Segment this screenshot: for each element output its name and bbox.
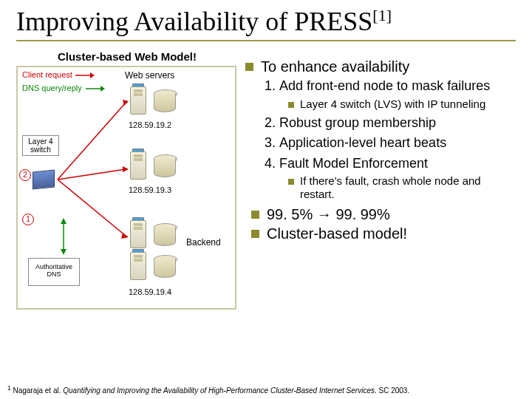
svg-line-8 bbox=[58, 180, 126, 236]
svg-line-4 bbox=[58, 103, 126, 180]
server-icon bbox=[129, 250, 149, 283]
bullet-heading-row: To enhance availability bbox=[245, 58, 516, 75]
result2-row: Cluster-based model! bbox=[251, 225, 516, 242]
client-request-arrow-icon bbox=[75, 72, 95, 79]
disk-icon bbox=[154, 89, 176, 115]
ip-address-1: 128.59.19.2 bbox=[129, 120, 171, 129]
footnote: 1 Nagaraja et al. Quantifying and Improv… bbox=[7, 385, 525, 395]
list-item: Add front-end node to mask failures Laye… bbox=[279, 78, 516, 111]
svg-marker-12 bbox=[61, 249, 66, 255]
svg-line-6 bbox=[58, 169, 126, 180]
svg-marker-11 bbox=[61, 218, 66, 224]
disk-icon bbox=[154, 223, 176, 248]
square-bullet-icon bbox=[245, 63, 253, 71]
circle-1: 1 bbox=[22, 214, 34, 225]
svg-marker-3 bbox=[100, 86, 105, 92]
disk-icon bbox=[154, 154, 176, 180]
layer4-box: Layer 4 switch bbox=[22, 135, 59, 156]
result-row: 99. 5% → 99. 99% bbox=[251, 205, 516, 223]
list-item: Application-level heart beats bbox=[279, 135, 516, 151]
diagram-caption: Cluster-based Web Model! bbox=[16, 50, 238, 63]
heading-text: To enhance availability bbox=[261, 58, 409, 75]
architecture-diagram: Client request DNS query/reply Web serve… bbox=[16, 66, 236, 310]
svg-marker-5 bbox=[123, 100, 129, 106]
svg-marker-1 bbox=[90, 72, 95, 78]
disk-icon bbox=[154, 255, 176, 280]
sub-1-text: Layer 4 switch (LVS) with IP tunneling bbox=[300, 98, 485, 111]
slide: Improving Availability of PRESS[1] Clust… bbox=[0, 0, 532, 399]
title-superscript: [1] bbox=[372, 6, 392, 24]
right-column: To enhance availability Add front-end no… bbox=[245, 50, 516, 310]
ip-address-3: 128.59.19.4 bbox=[129, 287, 171, 296]
switch-icon bbox=[33, 169, 55, 189]
square-bullet-icon bbox=[288, 179, 294, 185]
content-columns: Cluster-based Web Model! Client request … bbox=[16, 50, 516, 310]
item-2-text: Robust group membership bbox=[279, 115, 436, 130]
layer4-label: Layer 4 switch bbox=[28, 137, 52, 154]
square-bullet-icon bbox=[251, 230, 259, 238]
title-underline: Improving Availability of PRESS[1] bbox=[16, 6, 516, 41]
ip-address-2: 128.59.19.3 bbox=[129, 185, 171, 194]
server-icon bbox=[129, 85, 149, 117]
result2-text: Cluster-based model! bbox=[267, 225, 407, 242]
list-item: Fault Model Enforcement If there's fault… bbox=[279, 156, 516, 202]
sub-4-text: If there's fault, crash whole node and r… bbox=[300, 174, 516, 201]
footnote-pre: Nagaraja et al. bbox=[11, 386, 64, 395]
dns-query-label: DNS query/reply bbox=[22, 83, 82, 92]
title-text: Improving Availability of PRESS bbox=[16, 7, 372, 36]
item-3-text: Application-level heart beats bbox=[279, 135, 446, 150]
sub-bullet: If there's fault, crash whole node and r… bbox=[288, 174, 516, 201]
authoritative-dns-box: Authoritative DNS bbox=[28, 258, 80, 286]
result-text: 99. 5% → 99. 99% bbox=[267, 205, 390, 223]
auth-dns-label: Authoritative DNS bbox=[35, 263, 72, 278]
footnote-post: . SC 2003. bbox=[375, 386, 409, 395]
footnote-italic: Quantifying and Improving the Availabili… bbox=[63, 386, 375, 395]
svg-marker-9 bbox=[121, 233, 129, 239]
svg-marker-7 bbox=[123, 166, 129, 172]
square-bullet-icon bbox=[288, 102, 294, 108]
topology-arrows-icon bbox=[55, 97, 129, 259]
client-request-label: Client request bbox=[22, 70, 72, 79]
slide-title: Improving Availability of PRESS[1] bbox=[16, 6, 516, 37]
list-item: Robust group membership bbox=[279, 115, 516, 132]
item-1-text: Add front-end node to mask failures bbox=[279, 78, 490, 93]
left-column: Cluster-based Web Model! Client request … bbox=[16, 50, 238, 310]
web-servers-header: Web servers bbox=[125, 70, 174, 81]
square-bullet-icon bbox=[251, 211, 259, 219]
server-icon bbox=[129, 219, 149, 251]
backend-label: Backend bbox=[186, 237, 221, 248]
item-4-text: Fault Model Enforcement bbox=[279, 156, 428, 171]
numbered-list: Add front-end node to mask failures Laye… bbox=[245, 78, 516, 201]
server-icon bbox=[129, 150, 149, 183]
sub-bullet: Layer 4 switch (LVS) with IP tunneling bbox=[288, 98, 516, 111]
dns-arrow-icon bbox=[86, 85, 105, 92]
circle-2: 2 bbox=[19, 169, 31, 181]
